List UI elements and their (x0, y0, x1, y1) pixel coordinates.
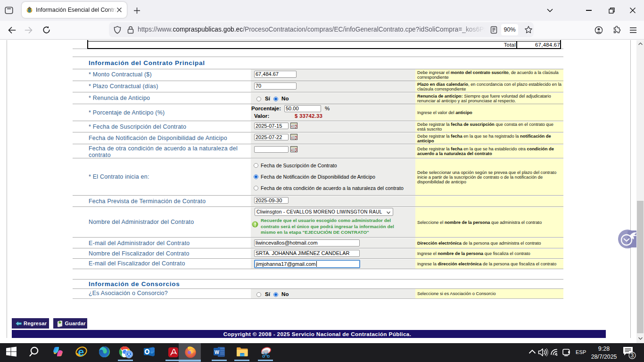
svg-text:W: W (215, 349, 219, 355)
svg-text:3: 3 (631, 353, 634, 358)
svg-text:e: e (78, 346, 84, 358)
